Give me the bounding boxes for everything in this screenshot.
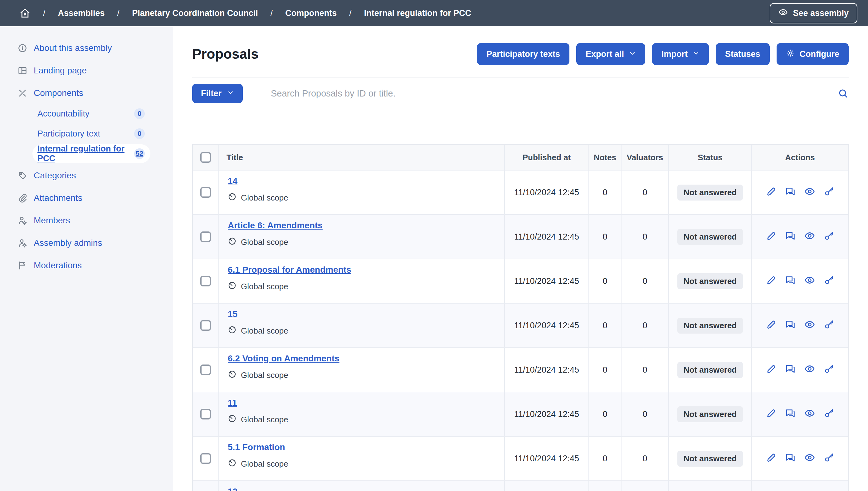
statuses-button[interactable]: Statuses	[716, 43, 770, 65]
edit-button[interactable]	[766, 231, 776, 243]
proposal-title-link[interactable]: 6.2 Voting on Amendments	[228, 353, 339, 364]
answer-proposal-button[interactable]	[785, 186, 796, 199]
notes-count: 0	[589, 392, 621, 436]
sidebar-item-label: Members	[34, 215, 70, 226]
proposal-title-link[interactable]: Article 6: Amendments	[228, 221, 322, 231]
sidebar-item-moderations[interactable]: Moderations	[0, 254, 173, 277]
row-checkbox-cell	[193, 215, 219, 259]
breadcrumb-components[interactable]: Components	[285, 8, 337, 18]
row-checkbox[interactable]	[200, 365, 211, 375]
preview-button[interactable]	[804, 186, 815, 199]
see-assembly-button[interactable]: See assembly	[770, 3, 858, 23]
sidebar-item-components[interactable]: Components	[0, 82, 173, 104]
row-checkbox[interactable]	[200, 453, 211, 464]
sidebar-subitem-participatory-text[interactable]: Participatory text 0	[32, 124, 150, 143]
answer-proposal-button[interactable]	[785, 408, 796, 421]
breadcrumb-current-component[interactable]: Internal regulation for PCC	[364, 8, 471, 18]
configure-button[interactable]: Configure	[777, 43, 849, 65]
permissions-button[interactable]	[824, 186, 834, 199]
breadcrumb-assemblies[interactable]: Assemblies	[58, 8, 105, 18]
preview-button[interactable]	[804, 231, 815, 243]
flag-icon	[18, 260, 27, 270]
answer-proposal-button[interactable]	[785, 452, 796, 465]
row-checkbox[interactable]	[200, 276, 211, 286]
sidebar-item-landing-page[interactable]: Landing page	[0, 59, 173, 82]
scope-line: Global scope	[228, 459, 288, 469]
preview-button[interactable]	[804, 364, 815, 376]
answer-proposal-button[interactable]	[785, 319, 796, 332]
permissions-button[interactable]	[824, 364, 834, 376]
globe-icon	[228, 281, 237, 292]
filter-button[interactable]: Filter	[192, 84, 243, 103]
scope-label: Global scope	[241, 459, 288, 469]
sidebar-subitem-internal-regulation[interactable]: Internal regulation for PCC 52	[32, 144, 150, 163]
valuators-count: 0	[621, 215, 669, 259]
edit-button[interactable]	[766, 452, 776, 465]
sidebar-item-categories[interactable]: Categories	[0, 164, 173, 187]
edit-button[interactable]	[766, 408, 776, 421]
valuators-count: 0	[621, 171, 669, 214]
chat-icon	[785, 364, 796, 376]
answer-proposal-button[interactable]	[785, 364, 796, 376]
breadcrumb-assembly-name[interactable]: Planetary Coordination Council	[132, 8, 258, 18]
table-row: Article 6: Amendments Global scope 11/10…	[193, 214, 848, 259]
import-button[interactable]: Import	[652, 43, 709, 65]
row-checkbox-cell	[193, 259, 219, 303]
search-input[interactable]	[243, 88, 837, 99]
preview-button[interactable]	[804, 452, 815, 465]
edit-button[interactable]	[766, 319, 776, 332]
preview-button[interactable]	[804, 275, 815, 288]
proposal-title-link[interactable]: 15	[228, 309, 238, 319]
search-icon[interactable]	[837, 88, 849, 99]
pencil-icon	[766, 186, 776, 199]
edit-button[interactable]	[766, 364, 776, 376]
export-all-button[interactable]: Export all	[576, 43, 645, 65]
sidebar-item-about[interactable]: About this assembly	[0, 37, 173, 59]
permissions-button[interactable]	[824, 231, 834, 243]
status-cell: Not answered	[669, 304, 752, 347]
answer-proposal-button[interactable]	[785, 231, 796, 243]
preview-button[interactable]	[804, 319, 815, 332]
proposal-title-link[interactable]: 12	[228, 487, 238, 491]
proposal-title-link[interactable]: 5.1 Formation	[228, 442, 285, 452]
key-icon	[824, 408, 834, 421]
published-at-cell: 11/10/2024 12:45	[505, 392, 589, 436]
participatory-texts-button[interactable]: Participatory texts	[477, 43, 569, 65]
permissions-button[interactable]	[824, 452, 834, 465]
permissions-button[interactable]	[824, 275, 834, 288]
paperclip-icon	[18, 193, 27, 203]
answer-proposal-button[interactable]	[785, 275, 796, 288]
proposal-title-link[interactable]: 14	[228, 176, 238, 186]
header-checkbox-cell	[193, 145, 219, 170]
scope-line: Global scope	[228, 414, 288, 425]
key-icon	[824, 364, 834, 376]
permissions-button[interactable]	[824, 408, 834, 421]
home-icon[interactable]	[19, 7, 31, 19]
edit-button[interactable]	[766, 186, 776, 199]
row-checkbox[interactable]	[200, 320, 211, 331]
globe-icon	[228, 237, 237, 248]
chat-icon	[785, 231, 796, 243]
select-all-checkbox[interactable]	[200, 152, 211, 163]
row-checkbox-cell	[193, 481, 219, 491]
status-cell: Not answered	[669, 437, 752, 481]
preview-button[interactable]	[804, 408, 815, 421]
sidebar-item-attachments[interactable]: Attachments	[0, 187, 173, 209]
notes-count: 0	[589, 348, 621, 392]
sidebar-subitem-accountability[interactable]: Accountability 0	[32, 104, 150, 123]
row-checkbox[interactable]	[200, 187, 211, 198]
status-cell: Not answered	[669, 481, 752, 491]
count-badge: 0	[134, 108, 145, 119]
tag-icon	[18, 171, 27, 180]
sidebar-item-assembly-admins[interactable]: Assembly admins	[0, 232, 173, 254]
permissions-button[interactable]	[824, 319, 834, 332]
count-badge: 0	[134, 128, 145, 139]
row-checkbox[interactable]	[200, 231, 211, 242]
sidebar-item-members[interactable]: Members	[0, 209, 173, 232]
proposal-title-link[interactable]: 6.1 Proposal for Amendments	[228, 265, 351, 275]
row-checkbox[interactable]	[200, 409, 211, 420]
status-badge: Not answered	[677, 273, 743, 289]
proposal-title-link[interactable]: 11	[228, 398, 237, 408]
edit-button[interactable]	[766, 275, 776, 288]
pencil-icon	[766, 275, 776, 288]
